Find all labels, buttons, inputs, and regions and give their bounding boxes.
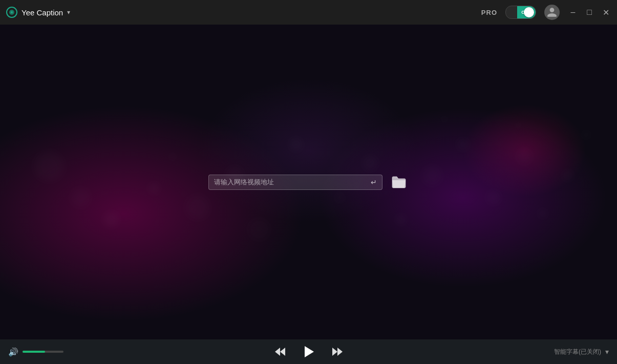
- bokeh-circle: [563, 170, 573, 181]
- bokeh-circle: [467, 102, 471, 105]
- play-icon: [302, 345, 316, 359]
- main-content: ↵: [0, 25, 617, 339]
- toggle-knob: [524, 7, 534, 17]
- input-area: ↵: [208, 173, 409, 191]
- app-title: Yee Caption: [22, 8, 63, 17]
- bokeh-circle: [290, 138, 303, 151]
- volume-area: 🔊: [8, 347, 63, 357]
- bottom-right-area: 智能字幕(已关闭) ▾: [554, 348, 609, 356]
- app-menu-dropdown-icon[interactable]: ▾: [67, 9, 70, 16]
- bokeh-circle: [396, 215, 406, 224]
- pro-toggle[interactable]: OFF: [505, 6, 536, 19]
- volume-slider[interactable]: [23, 351, 63, 353]
- svg-marker-6: [332, 348, 337, 356]
- user-icon: [546, 7, 558, 18]
- bokeh-circle: [103, 212, 119, 227]
- bokeh-circle: [70, 187, 91, 208]
- caption-dropdown-icon[interactable]: ▾: [605, 348, 609, 356]
- bokeh-circle: [363, 156, 378, 171]
- bokeh-circle: [28, 117, 33, 122]
- bokeh-circle: [149, 183, 159, 194]
- playback-controls: [272, 344, 346, 360]
- bokeh-circle: [516, 123, 521, 128]
- rewind-icon: [274, 347, 286, 357]
- svg-marker-5: [305, 346, 314, 357]
- fast-forward-icon: [331, 347, 344, 357]
- fast-forward-button[interactable]: [329, 344, 346, 360]
- titlebar-right: PRO OFF – □ ✕: [481, 5, 611, 20]
- bokeh-circle: [34, 151, 65, 182]
- folder-icon: [391, 176, 407, 189]
- app-logo-icon: [6, 7, 17, 18]
- bokeh-circle: [583, 132, 589, 138]
- bokeh-circle: [169, 153, 177, 161]
- maximize-button[interactable]: □: [584, 7, 594, 17]
- smart-caption-label: 智能字幕(已关闭): [554, 348, 601, 356]
- titlebar-left: Yee Caption ▾: [6, 7, 70, 18]
- svg-marker-7: [337, 348, 343, 356]
- volume-icon: 🔊: [8, 347, 18, 357]
- bokeh-circle: [334, 192, 345, 203]
- folder-button[interactable]: [389, 173, 409, 191]
- volume-fill: [23, 351, 45, 353]
- close-button[interactable]: ✕: [601, 7, 611, 17]
- url-input-wrapper: ↵: [208, 175, 382, 190]
- minimize-button[interactable]: –: [568, 7, 578, 17]
- svg-marker-3: [275, 348, 280, 356]
- svg-marker-4: [280, 348, 285, 356]
- svg-point-2: [11, 11, 13, 13]
- titlebar: Yee Caption ▾ PRO OFF – □ ✕: [0, 0, 617, 25]
- pro-label: PRO: [481, 9, 497, 16]
- bokeh-circle: [539, 210, 547, 218]
- url-input[interactable]: [214, 178, 368, 186]
- bokeh-circle: [516, 148, 534, 166]
- enter-icon[interactable]: ↵: [371, 178, 377, 186]
- user-avatar[interactable]: [544, 5, 560, 20]
- bokeh-circle: [442, 117, 446, 121]
- rewind-button[interactable]: [272, 344, 288, 360]
- bokeh-circle: [248, 218, 271, 241]
- bokeh-circle: [185, 195, 210, 220]
- play-button[interactable]: [301, 344, 317, 360]
- window-controls: – □ ✕: [568, 7, 611, 17]
- bokeh-circle: [457, 139, 469, 150]
- bokeh-circle: [486, 190, 501, 205]
- bokeh-circle: [422, 165, 442, 186]
- bottom-bar: 🔊 智能字幕(已关闭) ▾: [0, 339, 617, 364]
